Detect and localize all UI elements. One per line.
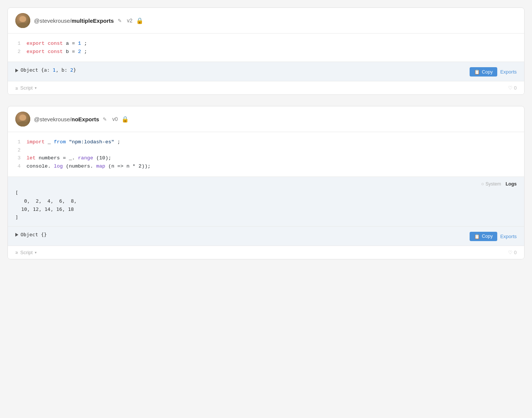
snippet-footer-2: ≥ Script ▾ ♡ 0 (8, 246, 524, 259)
copy-icon-2: 📋 (474, 234, 480, 239)
snippet-title-1: @stevekrouse/multipleExports (34, 18, 114, 24)
logs-tab-2[interactable]: Logs (505, 181, 517, 187)
snippet-card-1: @stevekrouse/multipleExports ✎ v2 🔒 1 ex… (7, 7, 525, 95)
token: console. (27, 163, 51, 169)
output-text-1: Object {a: 1, b: 2} (15, 66, 76, 74)
code-table-1: 1 export const a = 1 ; 2 export (15, 40, 517, 56)
token: "npm:lodash-es" (69, 139, 114, 145)
output-value-1: Object {a: 1, b: 2} (21, 67, 76, 73)
code-area-2: 1 import _ from "npm:lodash-es" ; 2 (8, 132, 524, 177)
edit-icon-1[interactable]: ✎ (118, 18, 122, 24)
line-code: export const b = 2 ; (27, 48, 517, 56)
system-text-2: System (485, 181, 501, 187)
table-row: 4 console. log (numbers. map (n => n * 2… (15, 162, 517, 171)
token: const (48, 41, 63, 46)
snippet-name-2: noExports (71, 116, 99, 122)
triangle-icon-1 (15, 69, 18, 72)
copy-label-2: Copy (482, 234, 493, 239)
token: ; (84, 41, 87, 46)
line-number: 4 (15, 162, 27, 171)
token: range (78, 155, 93, 161)
triangle-icon-2 (15, 233, 18, 237)
copy-label-1: Copy (482, 69, 493, 75)
lock-icon-2: 🔒 (121, 116, 129, 123)
output-value-2: Object {} (21, 232, 47, 237)
chevron-down-icon-1: ▾ (35, 86, 37, 90)
line-number: 1 (15, 138, 27, 146)
line-number: 2 (15, 48, 27, 56)
log-line: 0, 2, 4, 6, 8, (15, 197, 517, 205)
snippet-title-2: @stevekrouse/noExports (34, 116, 99, 122)
table-row: 3 let numbers = _. range (10); (15, 154, 517, 162)
lock-icon-1: 🔒 (136, 17, 143, 24)
snippet-user-1: @stevekrouse/ (34, 18, 71, 24)
token: 1 (78, 41, 81, 46)
edit-icon-2[interactable]: ✎ (103, 116, 107, 122)
token: import (27, 139, 45, 145)
exports-link-1[interactable]: Exports (500, 69, 517, 75)
copy-icon-1: 📋 (474, 69, 480, 75)
token: b = (66, 49, 78, 54)
logs-area-2: ○ System Logs [ 0, 2, 4, 6, 8, 10, 12, 1… (8, 177, 524, 227)
table-row: 1 export const a = 1 ; (15, 40, 517, 48)
token: _ (48, 139, 54, 145)
chevron-down-icon-2: ▾ (35, 250, 37, 255)
version-badge-2: v0 (112, 116, 118, 122)
line-code: console. log (numbers. map (n => n * 2))… (27, 162, 517, 171)
script-label-2[interactable]: ≥ Script ▾ (15, 250, 37, 255)
token: (n => n * 2)); (108, 163, 151, 169)
line-code: import _ from "npm:lodash-es" ; (27, 138, 517, 146)
token: (10); (96, 155, 111, 161)
token: log (54, 163, 63, 169)
token: 2 (78, 49, 81, 54)
code-area-1: 1 export const a = 1 ; 2 export (8, 34, 524, 62)
snippet-card-2: @stevekrouse/noExports ✎ v0 🔒 1 import _… (7, 106, 525, 259)
system-label-2: ○ System (481, 181, 501, 187)
exports-link-2[interactable]: Exports (500, 234, 517, 239)
like-area-2[interactable]: ♡ 0 (508, 250, 517, 255)
table-row: 2 export const b = 2 ; (15, 48, 517, 56)
circle-icon-2: ○ (481, 181, 484, 187)
avatar-2 (15, 112, 30, 127)
output-text-2: Object {} (15, 231, 47, 239)
snippet-name-1: multipleExports (71, 18, 114, 24)
snippet-user-2: @stevekrouse/ (34, 116, 71, 122)
table-row: 1 import _ from "npm:lodash-es" ; (15, 138, 517, 146)
copy-button-2[interactable]: 📋 Copy (470, 232, 497, 241)
like-count-2: 0 (514, 250, 517, 255)
token: (numbers. (66, 163, 93, 169)
line-number: 1 (15, 40, 27, 48)
like-area-1[interactable]: ♡ 0 (508, 85, 517, 91)
code-table-2: 1 import _ from "npm:lodash-es" ; 2 (15, 138, 517, 170)
script-text-1: Script (20, 85, 33, 91)
script-label-1[interactable]: ≥ Script ▾ (15, 85, 37, 91)
table-row: 2 (15, 146, 517, 155)
line-number: 2 (15, 146, 27, 155)
line-code (27, 146, 517, 155)
log-output-2: [ 0, 2, 4, 6, 8, 10, 12, 14, 16, 18 ] (15, 189, 517, 222)
snippet-header-2: @stevekrouse/noExports ✎ v0 🔒 (8, 106, 524, 132)
heart-icon-1: ♡ (508, 85, 513, 91)
output-area-2: Object {} 📋 Copy Exports (8, 227, 524, 246)
line-number: 3 (15, 154, 27, 162)
token: export (27, 41, 45, 46)
log-line: [ (15, 189, 517, 197)
heart-icon-2: ♡ (508, 250, 513, 255)
token: map (96, 163, 105, 169)
line-code: export const a = 1 ; (27, 40, 517, 48)
output-area-1: Object {a: 1, b: 2} 📋 Copy Exports (8, 62, 524, 81)
output-actions-2: 📋 Copy Exports (470, 231, 517, 241)
token: const (48, 49, 63, 54)
snippet-footer-1: ≥ Script ▾ ♡ 0 (8, 81, 524, 94)
avatar-1 (15, 13, 30, 28)
copy-button-1[interactable]: 📋 Copy (470, 67, 497, 77)
token: a = (66, 41, 78, 46)
token: export (27, 49, 45, 54)
like-count-1: 0 (514, 85, 517, 91)
terminal-icon-1: ≥ (15, 85, 18, 91)
token: let (27, 155, 35, 161)
snippet-header-1: @stevekrouse/multipleExports ✎ v2 🔒 (8, 8, 524, 34)
logs-header-2: ○ System Logs (15, 181, 517, 187)
token: from (54, 139, 66, 145)
token: ; (117, 139, 120, 145)
